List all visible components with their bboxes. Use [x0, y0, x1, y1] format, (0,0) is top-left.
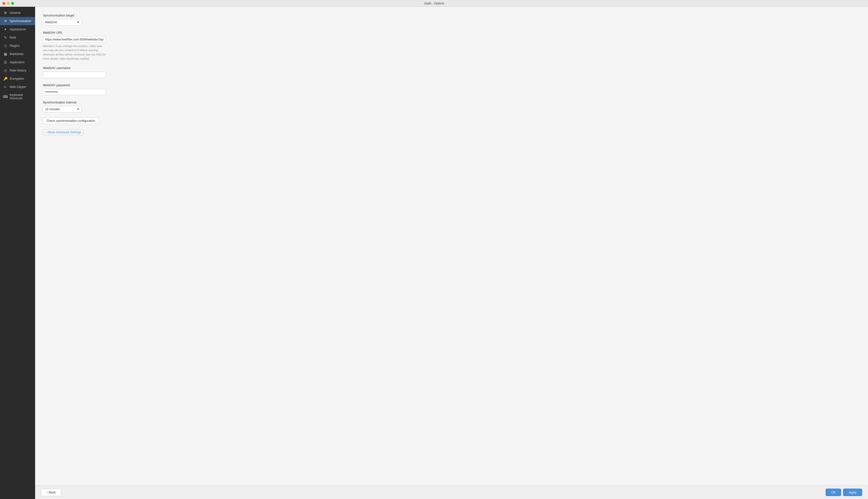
back-arrow-icon: ‹ [47, 490, 48, 494]
webdav-username-input[interactable] [43, 72, 106, 78]
content-area: Synchronisation target WebDAVDropboxOneD… [35, 7, 868, 485]
sync-target-select[interactable]: WebDAVDropboxOneDriveNextcloudNone [43, 19, 82, 25]
application-icon: ☰ [3, 60, 7, 64]
check-sync-group: Check synchronisation configuration [43, 118, 860, 124]
markdown-icon: ▦ [3, 52, 7, 56]
webdav-password-input[interactable] [43, 89, 106, 95]
webdav-password-label: WebDAV password [43, 83, 860, 87]
sidebar-item-application[interactable]: ☰ Application [0, 58, 35, 66]
sidebar-item-note-history[interactable]: ◷ Note History [0, 66, 35, 75]
show-advanced-group: › Show Advanced Settings [43, 129, 860, 135]
note-history-icon: ◷ [3, 69, 7, 72]
sidebar-item-label-encryption: Encryption [10, 77, 24, 81]
apply-button[interactable]: Apply [843, 489, 862, 496]
sidebar-item-synchronisation[interactable]: ↺ Synchronisation [0, 17, 35, 25]
app-container: ⚙ General ↺ Synchronisation ✦ Appearance… [0, 7, 868, 499]
sidebar-item-general[interactable]: ⚙ General [0, 9, 35, 17]
show-advanced-label: Show Advanced Settings [48, 131, 81, 134]
back-button[interactable]: ‹ Back [41, 489, 61, 496]
sidebar-item-label-note: Note [10, 36, 16, 39]
sidebar-item-label-plugins: Plugins [10, 44, 20, 48]
sidebar-item-encryption[interactable]: 🔑 Encryption [0, 75, 35, 83]
sidebar-item-note[interactable]: ✎ Note [0, 34, 35, 42]
check-sync-button[interactable]: Check synchronisation configuration [43, 118, 99, 124]
sidebar: ⚙ General ↺ Synchronisation ✦ Appearance… [0, 7, 35, 499]
footer: ‹ Back OK Apply [35, 485, 868, 499]
sync-target-label: Synchronisation target [43, 14, 860, 17]
minimize-button[interactable] [7, 2, 10, 5]
sidebar-item-label-keyboard-shortcuts: Keyboard Shortcuts [10, 93, 32, 100]
sync-interval-select[interactable]: 5 minutes10 minutes30 minutes1 hourDisab… [43, 106, 82, 112]
sidebar-item-label-web-clipper: Web Clipper [10, 85, 26, 89]
maximize-button[interactable] [11, 2, 14, 5]
sidebar-item-plugins[interactable]: ⬡ Plugins [0, 42, 35, 50]
appearance-icon: ✦ [3, 27, 7, 31]
sync-interval-label: Synchronisation interval [43, 100, 860, 104]
sidebar-item-label-note-history: Note History [10, 69, 26, 72]
main-content: Synchronisation target WebDAVDropboxOneD… [35, 7, 868, 499]
webdav-username-label: WebDAV username [43, 66, 860, 70]
sidebar-item-label-general: General [10, 11, 20, 14]
sidebar-item-label-application: Application [10, 61, 24, 64]
traffic-lights [2, 2, 14, 5]
sidebar-item-web-clipper[interactable]: ✂ Web Clipper [0, 83, 35, 91]
sidebar-item-label-markdown: Markdown [10, 52, 24, 56]
web-clipper-icon: ✂ [3, 85, 7, 89]
webdav-url-input[interactable] [43, 36, 106, 42]
webdav-url-group: WebDAV URL Attention: If you change this… [43, 31, 860, 61]
close-button[interactable] [2, 2, 5, 5]
note-icon: ✎ [3, 36, 7, 39]
webdav-url-label: WebDAV URL [43, 31, 860, 34]
synchronisation-icon: ↺ [3, 19, 7, 23]
general-icon: ⚙ [3, 11, 7, 15]
sidebar-item-markdown[interactable]: ▦ Markdown [0, 50, 35, 58]
plugins-icon: ⬡ [3, 44, 7, 48]
chevron-right-icon: › [46, 131, 47, 134]
keyboard-shortcuts-icon: ⌨ [3, 95, 7, 99]
webdav-password-group: WebDAV password [43, 83, 860, 95]
sidebar-item-label-synchronisation: Synchronisation [10, 20, 31, 23]
back-label: Back [49, 490, 56, 494]
encryption-icon: 🔑 [3, 77, 7, 81]
ok-button[interactable]: OK [826, 489, 841, 496]
sidebar-item-appearance[interactable]: ✦ Appearance [0, 25, 35, 34]
sidebar-item-label-appearance: Appearance [10, 28, 26, 31]
webdav-url-attention: Attention: If you change this location, … [43, 44, 106, 61]
show-advanced-button[interactable]: › Show Advanced Settings [43, 129, 84, 135]
titlebar: Joplin - Options [0, 0, 868, 7]
window-title: Joplin - Options [424, 2, 444, 5]
sync-interval-group: Synchronisation interval 5 minutes10 min… [43, 100, 860, 112]
sidebar-item-keyboard-shortcuts[interactable]: ⌨ Keyboard Shortcuts [0, 91, 35, 102]
webdav-username-group: WebDAV username [43, 66, 860, 78]
sync-target-group: Synchronisation target WebDAVDropboxOneD… [43, 14, 860, 25]
